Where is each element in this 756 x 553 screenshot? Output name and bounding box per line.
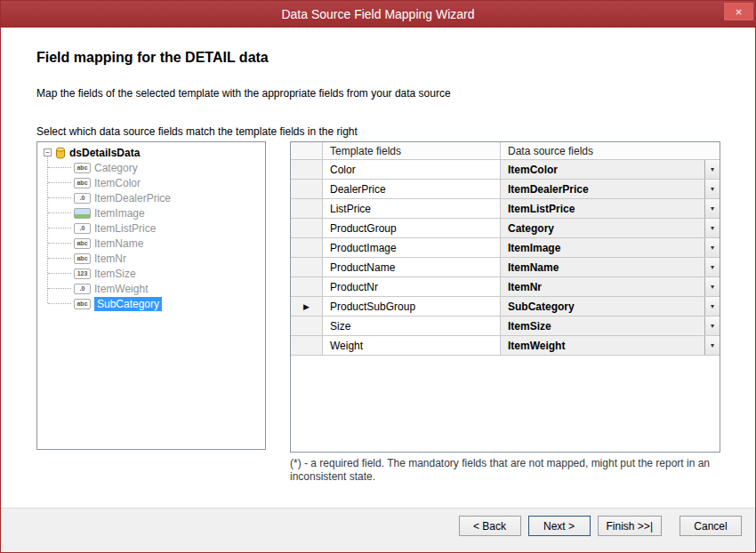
source-field-dropdown[interactable]: Category ▾	[501, 219, 720, 237]
source-field-cell: ItemNr ▾	[501, 277, 720, 297]
page-title: Field mapping for the DETAIL data	[36, 50, 269, 66]
source-field-dropdown[interactable]: SubCategory ▾	[501, 297, 720, 316]
string-field-type-icon: abc	[74, 238, 91, 249]
template-field-cell: ProductNr	[323, 277, 501, 297]
row-header[interactable]	[291, 258, 323, 277]
tree-item-label: ItemSize	[94, 268, 136, 280]
row-header[interactable]	[291, 317, 323, 336]
template-field-cell: ProductGroup	[323, 219, 501, 238]
tree-item-label: ItemName	[94, 237, 143, 250]
dropdown-value: ItemNr	[501, 281, 542, 293]
integer-field-type-icon: 123	[74, 268, 91, 279]
source-field-cell: ItemSize ▾	[501, 317, 720, 336]
decimal-field-type-icon: .0	[74, 284, 91, 294]
grid-row: ListPrice ItemListPrice ▾	[291, 199, 720, 219]
dropdown-value: ItemName	[501, 261, 559, 274]
tree-item[interactable]: abc ItemName	[47, 236, 265, 251]
row-header[interactable]	[291, 336, 323, 356]
grid-row-current: ▶ ProductSubGroup SubCategory ▾	[291, 297, 720, 317]
source-field-dropdown[interactable]: ItemImage ▾	[501, 238, 720, 257]
template-field-cell: ProductImage	[323, 238, 501, 258]
grid-row: Size ItemSize ▾	[291, 317, 720, 336]
dropdown-arrow-icon: ▾	[704, 258, 720, 276]
row-header[interactable]	[291, 160, 323, 180]
row-header[interactable]: ▶	[291, 297, 323, 317]
tree-item-label: ItemDealerPrice	[94, 192, 171, 204]
dropdown-arrow-icon: ▾	[704, 219, 720, 237]
decimal-field-type-icon: .0	[74, 223, 91, 234]
string-field-type-icon: abc	[74, 178, 91, 188]
grid-header-row: Template fields Data source fields	[291, 142, 720, 160]
source-field-dropdown[interactable]: ItemColor ▾	[501, 160, 720, 179]
window-title: Data Source Field Mapping Wizard	[281, 7, 474, 21]
title-bar: Data Source Field Mapping Wizard ×	[1, 1, 755, 28]
tree-item-label: ItemColor	[94, 177, 141, 189]
string-field-type-icon: abc	[74, 163, 91, 173]
tree-item-label: ItemListPrice	[94, 222, 156, 235]
row-header[interactable]	[291, 277, 323, 297]
dropdown-value: ItemListPrice	[501, 203, 575, 215]
tree-item-label: Category	[94, 162, 138, 174]
template-field-cell: Weight	[323, 336, 501, 356]
dropdown-arrow-icon: ▾	[704, 199, 720, 218]
decimal-field-type-icon: .0	[74, 193, 91, 204]
required-field-note: (*) - a required field. The mandatory fi…	[290, 457, 720, 484]
tree-item[interactable]: ItemImage	[47, 205, 265, 220]
grid-row: DealerPrice ItemDealerPrice ▾	[291, 180, 720, 199]
dropdown-value: ItemDealerPrice	[501, 183, 589, 196]
row-header[interactable]	[291, 219, 323, 238]
tree-item[interactable]: .0 ItemListPrice	[47, 220, 265, 236]
next-button[interactable]: Next >	[528, 516, 591, 536]
row-header[interactable]	[291, 199, 323, 219]
tree-item[interactable]: 123 ItemSize	[47, 266, 265, 281]
string-field-type-icon: abc	[74, 299, 91, 309]
source-field-dropdown[interactable]: ItemName ▾	[501, 258, 720, 276]
dropdown-value: ItemImage	[501, 242, 560, 254]
dropdown-arrow-icon: ▾	[704, 317, 720, 335]
grid-row: Color ItemColor ▾	[291, 160, 720, 180]
tree-item-label: ItemImage	[94, 207, 145, 220]
close-icon: ×	[736, 5, 743, 19]
source-field-dropdown[interactable]: ItemWeight ▾	[501, 336, 720, 355]
close-button[interactable]: ×	[724, 3, 753, 20]
database-icon	[54, 147, 67, 159]
tree-item[interactable]: abc Category	[47, 160, 265, 175]
tree-root-label: dsDetailsData	[69, 147, 140, 159]
source-field-dropdown[interactable]: ItemSize ▾	[501, 317, 720, 335]
template-field-cell: ProductSubGroup	[323, 297, 501, 317]
tree-item-label: SubCategory	[94, 297, 162, 311]
tree-root-node[interactable]: − dsDetailsData	[44, 145, 265, 160]
tree-item-label: ItemNr	[94, 252, 126, 265]
collapse-toggle-icon[interactable]: −	[44, 148, 52, 156]
tree-item[interactable]: .0 ItemWeight	[47, 281, 265, 296]
dropdown-arrow-icon: ▾	[704, 160, 720, 179]
source-field-cell: ItemColor ▾	[501, 160, 720, 180]
finish-button[interactable]: Finish >>|	[598, 516, 662, 536]
row-header[interactable]	[291, 238, 323, 258]
source-field-cell: ItemListPrice ▾	[501, 199, 720, 219]
dropdown-arrow-icon: ▾	[704, 180, 720, 198]
current-row-arrow-icon: ▶	[303, 302, 310, 311]
tree-item[interactable]: abc ItemNr	[47, 251, 265, 266]
source-field-cell: ItemDealerPrice ▾	[501, 180, 720, 199]
grid-header-source-fields: Data source fields	[501, 142, 720, 160]
dropdown-arrow-icon: ▾	[704, 277, 720, 296]
grid-corner-cell	[291, 142, 323, 160]
source-field-dropdown[interactable]: ItemDealerPrice ▾	[501, 180, 720, 198]
source-field-cell: ItemWeight ▾	[501, 336, 720, 356]
source-field-dropdown[interactable]: ItemNr ▾	[501, 277, 720, 296]
template-field-cell: Color	[323, 160, 501, 180]
source-field-dropdown[interactable]: ItemListPrice ▾	[501, 199, 720, 218]
template-field-cell: ListPrice	[323, 199, 501, 219]
tree-item[interactable]: abc ItemColor	[47, 175, 265, 190]
back-button[interactable]: < Back	[459, 516, 521, 536]
row-header[interactable]	[291, 180, 323, 199]
grid-row: ProductGroup Category ▾	[291, 219, 720, 238]
image-field-type-icon	[74, 208, 91, 219]
instruction-label: Select which data source fields match th…	[36, 125, 358, 138]
dropdown-value: ItemSize	[501, 320, 551, 333]
cancel-button[interactable]: Cancel	[680, 516, 742, 536]
tree-item[interactable]: .0 ItemDealerPrice	[47, 190, 265, 205]
dropdown-value: ItemWeight	[501, 340, 565, 352]
tree-item-selected[interactable]: abc SubCategory	[47, 296, 265, 311]
